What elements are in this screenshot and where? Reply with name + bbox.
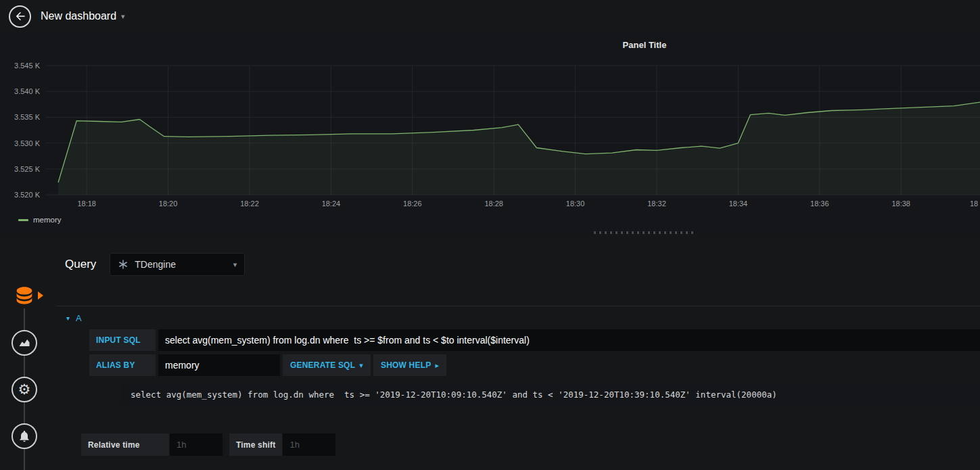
query-block: ▾ A INPUT SQL ALIAS BY GENERATE SQL ▾ <box>56 306 980 405</box>
svg-text:3.545 K: 3.545 K <box>14 62 41 70</box>
svg-text:18:28: 18:28 <box>484 199 503 208</box>
tab-alert[interactable] <box>11 423 37 449</box>
legend-item[interactable]: memory <box>18 216 62 224</box>
bell-icon <box>18 429 31 443</box>
alias-by-label: ALIAS BY <box>89 354 156 376</box>
query-header: Query TDengine ▾ <box>56 235 980 276</box>
graph-panel: Panel Title 3.520 K3.525 K3.530 K3.535 K… <box>0 32 980 235</box>
svg-text:3.520 K: 3.520 K <box>14 191 41 199</box>
time-options-row: Relative time Time shift <box>81 433 335 456</box>
input-sql-row: INPUT SQL <box>89 329 980 351</box>
top-bar: New dashboard ▾ <box>0 0 980 32</box>
svg-text:18:18: 18:18 <box>77 199 96 208</box>
active-tab-arrow-icon <box>38 291 43 300</box>
legend-color-swatch <box>18 219 28 221</box>
time-shift-field[interactable] <box>283 433 335 456</box>
time-shift-label: Time shift <box>229 433 282 456</box>
dashboard-title: New dashboard <box>41 10 116 22</box>
svg-text:18:22: 18:22 <box>240 199 259 208</box>
svg-text:3.535 K: 3.535 K <box>14 113 41 121</box>
alias-by-field[interactable] <box>158 354 280 376</box>
panel-resize-handle[interactable] <box>594 231 695 234</box>
svg-text:18:20: 18:20 <box>159 199 178 208</box>
chevron-down-icon: ▾ <box>233 261 237 268</box>
svg-text:18:26: 18:26 <box>403 199 422 208</box>
tdengine-logo-icon <box>118 259 129 270</box>
input-sql-label: INPUT SQL <box>89 329 156 351</box>
alias-by-row: ALIAS BY GENERATE SQL ▾ SHOW HELP ▸ <box>89 354 980 376</box>
svg-text:3.540 K: 3.540 K <box>14 87 41 95</box>
database-icon <box>13 284 36 307</box>
svg-text:18:30: 18:30 <box>566 199 585 208</box>
generate-sql-button[interactable]: GENERATE SQL ▾ <box>283 354 371 376</box>
tab-visualization[interactable] <box>11 330 37 356</box>
svg-text:18:34: 18:34 <box>729 199 748 208</box>
panel-title[interactable]: Panel Title <box>623 40 667 50</box>
arrow-left-icon <box>14 10 26 22</box>
query-editor: Query TDengine ▾ ▾ A IN <box>56 235 980 470</box>
chevron-down-icon: ▾ <box>66 314 70 322</box>
generate-sql-label: GENERATE SQL <box>290 360 355 370</box>
show-help-button[interactable]: SHOW HELP ▸ <box>373 354 446 376</box>
datasource-picker[interactable]: TDengine ▾ <box>110 253 245 276</box>
panel-editor: ⚙ Query TDengine ▾ <box>0 235 980 470</box>
relative-time-label: Relative time <box>81 433 169 456</box>
tab-general[interactable]: ⚙ <box>11 377 37 402</box>
legend-label: memory <box>33 216 62 224</box>
svg-text:18:36: 18:36 <box>810 199 829 208</box>
svg-text:3.525 K: 3.525 K <box>14 165 41 173</box>
tab-queries[interactable] <box>11 283 37 308</box>
input-sql-field[interactable] <box>158 329 980 351</box>
editor-tab-bar: ⚙ <box>0 235 56 470</box>
gear-icon: ⚙ <box>18 383 31 397</box>
chevron-down-icon: ▾ <box>359 362 363 369</box>
generated-sql-preview: select avg(mem_system) from log.dn where… <box>122 384 980 405</box>
datasource-name: TDengine <box>135 259 227 270</box>
query-ref-toggle[interactable]: ▾ A <box>56 306 980 329</box>
chart-area: 3.520 K3.525 K3.530 K3.535 K3.540 K3.545… <box>0 57 980 210</box>
dashboard-title-dropdown[interactable]: New dashboard ▾ <box>41 10 125 22</box>
svg-text:18:32: 18:32 <box>647 199 666 208</box>
back-button[interactable] <box>9 5 31 28</box>
chevron-right-icon: ▸ <box>435 362 439 369</box>
relative-time-field[interactable] <box>170 433 223 456</box>
show-help-label: SHOW HELP <box>381 360 431 370</box>
query-form-rows: INPUT SQL ALIAS BY GENERATE SQL ▾ SHOW H… <box>89 329 980 405</box>
svg-text:3.530 K: 3.530 K <box>14 139 41 147</box>
svg-text:18: 18 <box>970 199 978 208</box>
chevron-down-icon: ▾ <box>121 13 125 20</box>
svg-text:18:38: 18:38 <box>891 199 910 208</box>
time-series-chart[interactable]: 3.520 K3.525 K3.530 K3.535 K3.540 K3.545… <box>0 57 980 210</box>
query-ref-letter: A <box>76 313 82 323</box>
chart-icon <box>18 336 31 350</box>
svg-text:18:24: 18:24 <box>322 199 341 208</box>
query-section-title: Query <box>65 258 96 271</box>
